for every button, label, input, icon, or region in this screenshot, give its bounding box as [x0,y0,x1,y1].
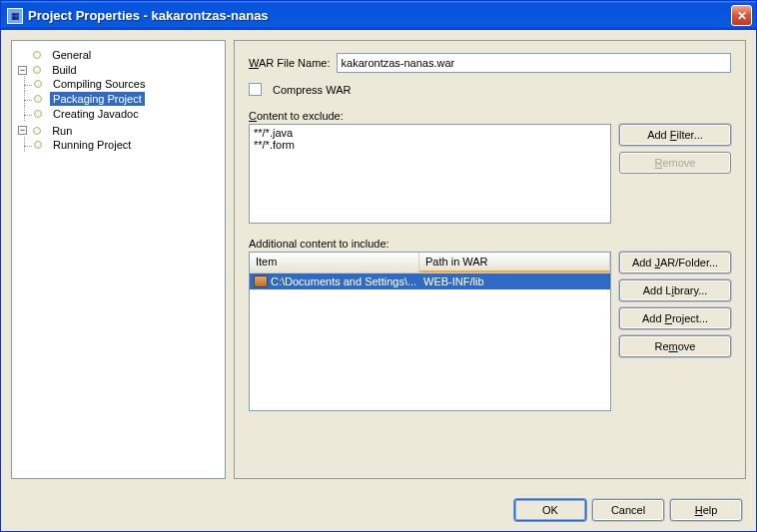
col-item[interactable]: Item [250,253,419,272]
tree-node-compiling[interactable]: Compiling Sources [34,76,223,91]
remove-include-button[interactable]: Remove [619,335,731,357]
bullet-icon [34,80,42,88]
close-button[interactable]: ✕ [731,5,752,26]
exclude-item[interactable]: **/*.java [254,127,606,139]
add-jar-button[interactable]: Add JAR/Folder... [619,252,731,273]
bullet-icon [33,51,41,59]
exclude-item[interactable]: **/*.form [254,139,606,151]
bullet-icon [33,66,41,74]
bullet-icon [34,141,42,149]
titlebar: ▦ Project Properties - kakarontzas-nanas… [1,1,756,30]
add-filter-button[interactable]: Add Filter... [619,124,731,146]
compress-label: Compress WAR [273,84,351,96]
dialog-footer: OK Cancel Help [1,489,756,531]
tree-node-packaging[interactable]: Packaging Project [34,91,223,106]
help-button[interactable]: Help [670,499,742,521]
ok-button[interactable]: OK [514,499,586,521]
war-file-input[interactable] [337,53,731,73]
collapse-icon[interactable]: − [18,126,27,135]
exclude-list[interactable]: **/*.java **/*.form [249,124,611,224]
exclude-label: Content to exclude: [249,110,731,122]
tree-node-javadoc[interactable]: Creating Javadoc [34,106,223,121]
table-row[interactable]: C:\Documents and Settings\... WEB-INF/li… [250,273,610,289]
settings-panel: WAR File Name: Compress WAR Content to e… [234,40,746,479]
include-label: Additional content to include: [249,238,731,250]
tree-node-general[interactable]: General [18,47,223,62]
bullet-icon [34,95,42,103]
cancel-button[interactable]: Cancel [592,499,664,521]
category-tree[interactable]: General − Build Compiling Sources Packag… [11,40,226,479]
tree-node-running[interactable]: Running Project [34,137,223,152]
add-project-button[interactable]: Add Project... [619,307,731,329]
tree-node-run[interactable]: − Run Running Project [18,122,223,152]
app-icon: ▦ [7,8,23,24]
col-path[interactable]: Path in WAR [419,253,610,272]
add-library-button[interactable]: Add Library... [619,279,731,301]
window-title: Project Properties - kakarontzas-nanas [28,8,731,23]
include-table[interactable]: Item Path in WAR C:\Documents and Settin… [249,252,611,411]
bullet-icon [33,127,41,135]
remove-filter-button: Remove [619,152,731,174]
collapse-icon[interactable]: − [18,66,27,75]
jar-icon [254,275,268,287]
bullet-icon [34,110,42,118]
tree-node-build[interactable]: − Build Compiling Sources Packaging Proj… [18,62,223,122]
war-file-label: WAR File Name: [249,57,331,69]
compress-checkbox[interactable] [249,83,262,96]
